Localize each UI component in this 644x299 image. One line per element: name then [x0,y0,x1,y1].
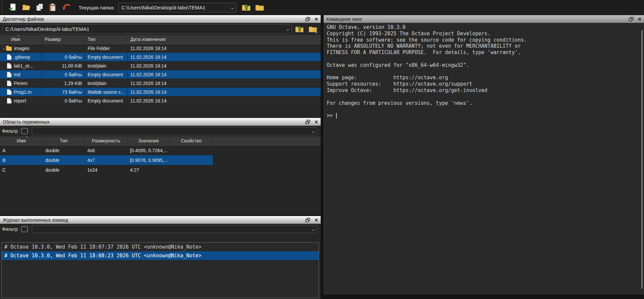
column-header-date[interactable]: Дата изменения [128,35,321,44]
undock-icon [305,218,310,222]
file-row[interactable]: Prog1.m73 байтыMatlab source c...11.02.2… [0,88,321,96]
file-row[interactable]: md0 байтыEmpty document11.02.2026 18:14 [0,70,321,79]
variable-row[interactable]: Adouble4x6[0.4095, 0.7264,... [0,145,213,155]
console-line: Improve Octave: https://octave.org/get-i… [327,87,637,94]
toolbar-drag-handle[interactable] [1,2,3,13]
file-table-header[interactable]: ^ Имя Размер Тип Дата изменения [0,35,321,44]
file-row[interactable]: lab1_ot...11,00 KiBtext/plain11.02.2026 … [0,61,321,70]
undock-widget-button[interactable] [303,216,312,223]
file-date: 11.02.2026 18:14 [128,70,321,79]
expander-icon[interactable]: › [1,45,6,51]
file-type: Empty document [85,96,128,105]
column-header-size[interactable]: Размер [42,35,85,44]
console-line [327,56,637,62]
file-size [42,44,85,52]
console-scrollbar[interactable] [642,30,642,289]
file-browser-up-button[interactable] [294,24,305,34]
close-icon: ✕ [314,16,318,22]
command-history-titlebar[interactable]: Журнал выполненных команд ✕ [0,216,321,224]
browse-directories-button[interactable] [254,1,266,13]
file-icon [7,89,11,95]
variable-class: double [43,167,85,173]
command-window[interactable]: GNU Octave, version 10.3.0Copyright (C) … [324,23,644,295]
filter-combobox[interactable]: ⌄ [32,225,317,233]
variable-class: double [43,158,85,163]
column-header-attribute[interactable]: Свойство [170,136,213,145]
file-browser-titlebar[interactable]: Диспетчер файлов ✕ [0,15,321,23]
close-widget-button[interactable]: ✕ [635,15,644,23]
file-size: 73 байты [42,88,85,96]
filter-combobox[interactable]: ⌄ [32,127,317,135]
file-row[interactable]: ›imagesFile Folder11.02.2026 18:14 [0,44,321,53]
console-line: Support resources: https://octave.org/su… [327,81,637,87]
file-row[interactable]: Perem1,29 KiBtext/plain11.02.2026 18:14 [0,79,321,88]
workspace-titlebar[interactable]: Область переменных ✕ [0,118,321,126]
file-table-body: ›imagesFile Folder11.02.2026 18:14.gitke… [0,44,321,105]
file-row[interactable]: report0 байтыEmpty document11.02.2026 18… [0,96,321,105]
file-table: ^ Имя Размер Тип Дата изменения ›imagesF… [0,35,321,105]
file-browser-path-value: C:/Users/Nika/Desktop/it-labs/TEMA1 [2,26,284,32]
undock-icon [305,17,310,22]
console-line: There is ABSOLUTELY NO WARRANTY; not eve… [327,43,637,49]
close-widget-button[interactable]: ✕ [312,118,321,125]
console-prompt: >> [327,113,333,119]
filter-checkbox[interactable] [21,128,28,134]
folder-up-icon [295,25,304,33]
file-type: Empty document [85,53,128,61]
file-name: Perem [14,81,28,86]
column-header-dimension[interactable]: Размерность [85,136,128,145]
paste-icon [49,3,57,12]
history-entry[interactable]: # Octave 10.3.0, Wed Feb 11 18:07:37 202… [2,243,319,251]
column-header-class[interactable]: Тип [43,136,85,145]
file-browser-actions-button[interactable]: ⚙ [307,24,319,34]
file-icon [7,72,11,77]
one-directory-up-button[interactable] [240,1,252,13]
chevron-down-icon: ⌄ [309,129,318,134]
console-prompt-line[interactable]: >> [327,113,637,119]
file-type: File Folder [85,44,128,52]
variable-row[interactable]: Bdouble4x7[0.9076, 0.9095,... [0,155,213,165]
variable-row[interactable]: Cdouble1x244:27 [0,165,213,175]
folder-gear-icon: ⚙ [309,25,318,33]
file-type: Empty document [85,70,128,79]
variable-value: [0.9076, 0.9095,... [128,158,170,163]
console-line: This is free software; see the source co… [327,37,637,43]
copy-button[interactable] [34,1,46,13]
column-header-name[interactable]: Имя [0,136,43,145]
column-header-name[interactable]: Имя [0,35,42,44]
column-header-value[interactable]: Значение [128,136,170,145]
workspace-table-body: Adouble4x6[0.4095, 0.7264,...Bdouble4x7[… [0,145,321,175]
filter-checkbox[interactable] [21,226,28,232]
chevron-down-icon: ⌄ [228,5,237,10]
open-file-button[interactable] [20,1,32,13]
console-line [327,106,637,113]
column-header-type[interactable]: Тип [85,35,128,44]
console-line: Octave was configured for "x86_64-w64-mi… [327,62,637,69]
file-date: 11.02.2026 18:14 [128,79,321,87]
variable-name: C [0,167,43,173]
paste-button[interactable] [47,1,59,13]
undock-widget-button[interactable] [627,15,635,23]
undock-icon [305,120,310,124]
file-name: md [14,72,20,77]
copy-icon [35,3,44,12]
close-icon: ✕ [638,16,642,22]
undo-icon [62,3,71,12]
text-cursor [336,113,337,119]
sort-ascending-icon: ^ [26,136,28,140]
close-widget-button[interactable]: ✕ [312,216,321,223]
workspace-table-header[interactable]: ^ Имя Тип Размерность Значение Свойство [0,136,321,145]
history-entry[interactable]: # Octave 10.3.0, Wed Feb 11 18:08:23 202… [2,251,319,260]
new-script-button[interactable] [7,1,19,13]
undo-button[interactable] [60,1,73,13]
folder-up-icon [242,3,251,12]
file-browser-path-combobox[interactable]: C:/Users/Nika/Desktop/it-labs/TEMA1 ⌄ [2,24,292,34]
undock-widget-button[interactable] [303,118,312,125]
sort-ascending-icon: ^ [17,35,19,38]
close-widget-button[interactable]: ✕ [312,15,321,23]
file-name: report [14,98,26,103]
command-window-titlebar[interactable]: Командное окно ✕ [324,15,644,23]
file-row[interactable]: .gitkeep0 байтыEmpty document11.02.2026 … [0,53,321,61]
current-folder-combobox[interactable]: C:\Users\Nika\Desktop\it-labs\TEMA1 ⌄ [118,3,236,12]
undock-widget-button[interactable] [303,15,312,23]
